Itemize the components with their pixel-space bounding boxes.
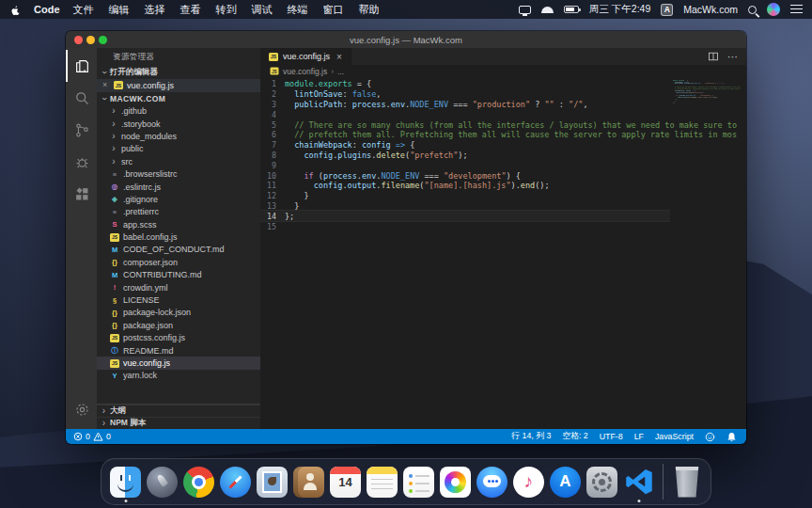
statusbar-language-mode[interactable]: JavaScript <box>653 432 695 441</box>
wifi-icon[interactable] <box>541 7 554 13</box>
statusbar-encoding[interactable]: UTF-8 <box>598 432 625 441</box>
menubar-menu-item[interactable]: 帮助 <box>359 3 380 17</box>
code-line[interactable]: 4 <box>260 109 670 119</box>
debug-icon[interactable] <box>66 146 97 178</box>
menubar-menu-item[interactable]: 编辑 <box>109 3 130 17</box>
breadcrumb-symbol[interactable]: ... <box>337 67 344 76</box>
tree-file-app.scss[interactable]: Sapp.scss <box>97 218 260 230</box>
dock-reminders[interactable] <box>403 467 434 498</box>
dock-contacts[interactable] <box>293 467 324 498</box>
zoom-window-button[interactable] <box>99 36 107 44</box>
tree-file-postcss.config.js[interactable]: JSpostcss.config.js <box>97 332 260 344</box>
menubar-menu-item[interactable]: 查看 <box>180 3 201 17</box>
sidebar-section-大纲[interactable]: ›大纲 <box>97 405 260 417</box>
code-line[interactable]: 8 config.plugins.delete("prefetch"); <box>260 151 670 161</box>
code-line[interactable]: 14}; <box>260 211 670 221</box>
close-window-button[interactable] <box>74 36 83 44</box>
dock-messages[interactable] <box>476 467 508 498</box>
menubar-clock[interactable]: 周三 下午2:49 <box>589 3 650 16</box>
minimize-window-button[interactable] <box>86 36 95 44</box>
tree-file-LICENSE[interactable]: §LICENSE <box>97 294 260 306</box>
tree-file-yarn.lock[interactable]: Yyarn.lock <box>97 370 260 382</box>
tree-file-.eslintrc.js[interactable]: ◎.eslintrc.js <box>97 181 260 193</box>
menubar-menu-item[interactable]: 转到 <box>216 3 237 17</box>
statusbar-cursor-position[interactable]: 行 14, 列 3 <box>509 431 553 442</box>
menubar-app-name[interactable]: Code <box>34 4 60 15</box>
spotlight-search-icon[interactable] <box>748 6 757 14</box>
extensions-icon[interactable] <box>66 178 97 210</box>
tree-file-README.md[interactable]: ⓘREADME.md <box>97 344 260 357</box>
dock-mail[interactable] <box>257 467 288 498</box>
search-icon[interactable] <box>66 82 97 114</box>
tree-file-CODE_OF_CONDUCT.md[interactable]: MCODE_OF_CONDUCT.md <box>97 244 260 256</box>
dock-music[interactable] <box>513 467 544 498</box>
menubar-menu-item[interactable]: 窗口 <box>323 3 344 17</box>
apple-menu-icon[interactable] <box>9 4 21 16</box>
feedback-smiley-icon[interactable] <box>703 432 717 442</box>
menubar-menu-item[interactable]: 调试 <box>252 3 273 17</box>
tree-folder-node_modules[interactable]: ›node_modules <box>97 130 260 142</box>
code-line[interactable]: 10 if (process.env.NODE_ENV === "develop… <box>260 170 670 181</box>
window-titlebar[interactable]: vue.config.js — MacWk.com <box>66 31 746 48</box>
code-editor[interactable]: 1module.exports = {2 lintOnSave: false,3… <box>260 79 670 231</box>
tree-file-CONTRIBUTING.md[interactable]: MCONTRIBUTING.md <box>97 269 260 281</box>
minimap[interactable]: 1module.exports = {2 lintOnSave: false,3… <box>673 79 741 192</box>
dock-settings[interactable] <box>586 467 617 498</box>
tree-file-package.json[interactable]: {}package.json <box>97 319 260 331</box>
breadcrumb-file[interactable]: vue.config.js <box>283 67 327 76</box>
dock-launchpad[interactable] <box>147 467 178 498</box>
explorer-icon[interactable] <box>66 50 97 82</box>
tree-folder-.github[interactable]: ›.github <box>97 105 260 118</box>
breadcrumb[interactable]: JS vue.config.js › ... <box>260 65 746 77</box>
dock-vscode[interactable] <box>623 467 654 498</box>
display-status-icon[interactable] <box>519 6 531 14</box>
code-line[interactable]: 2 lintOnSave: false, <box>260 89 670 100</box>
code-editor[interactable]: 1module.exports = {2 lintOnSave: false,3… <box>673 79 741 105</box>
statusbar-indentation[interactable]: 空格: 2 <box>560 431 589 442</box>
battery-icon[interactable] <box>564 6 579 13</box>
open-editors-header[interactable]: › 打开的编辑器 <box>97 66 260 79</box>
menubar-menu-item[interactable]: 选择 <box>145 3 165 17</box>
settings-gear-icon[interactable] <box>66 393 97 425</box>
open-editor-item[interactable]: × JS vue.config.js <box>97 79 260 92</box>
dock-photos[interactable] <box>440 467 471 498</box>
dock-chrome[interactable] <box>183 467 214 498</box>
dock-calendar[interactable]: 14 <box>330 467 361 498</box>
code-line[interactable]: 7 chainWebpack: config => { <box>260 140 670 151</box>
code-line[interactable]: 15 <box>673 103 741 105</box>
dock-trash[interactable] <box>674 467 700 498</box>
notifications-bell-icon[interactable] <box>725 432 739 442</box>
code-line[interactable]: 15 <box>260 221 670 231</box>
tree-file-vue.config.js[interactable]: JSvue.config.js <box>97 357 260 369</box>
tree-file-crowdin.yml[interactable]: !crowdin.yml <box>97 281 260 294</box>
code-line[interactable]: 5 // There are so many chunks (from all … <box>260 119 670 130</box>
input-source-badge[interactable]: A <box>661 4 673 16</box>
project-root-header[interactable]: › MACWK.COM <box>97 92 260 105</box>
code-line[interactable]: 1module.exports = { <box>260 79 670 89</box>
code-line[interactable]: 3 publicPath: process.env.NODE_ENV === "… <box>260 100 670 110</box>
source-control-icon[interactable] <box>66 114 97 146</box>
split-editor-icon[interactable] <box>708 51 719 62</box>
tree-folder-src[interactable]: ›src <box>97 155 260 167</box>
close-editor-icon[interactable]: × <box>102 81 110 89</box>
tree-folder-.storybook[interactable]: ›.storybook <box>97 118 260 130</box>
sidebar-section-NPM 脚本[interactable]: ›NPM 脚本 <box>97 417 260 429</box>
tab-close-icon[interactable]: × <box>336 52 342 62</box>
tree-file-babel.config.js[interactable]: JSbabel.config.js <box>97 230 260 243</box>
code-line[interactable]: 11 config.output.filename("[name].[hash]… <box>260 181 670 191</box>
problems-indicator[interactable]: 0 0 <box>73 432 111 441</box>
menubar-menu-item[interactable]: 文件 <box>73 3 94 17</box>
code-line[interactable]: 6 // prefetch them all. Prefetching them… <box>260 130 670 140</box>
dock-appstore[interactable] <box>550 467 581 498</box>
tree-file-composer.json[interactable]: {}composer.json <box>97 256 260 268</box>
code-line[interactable]: 12 } <box>260 191 670 201</box>
statusbar-eol[interactable]: LF <box>632 432 646 441</box>
code-line[interactable]: 9 <box>260 160 670 170</box>
dock-notes[interactable] <box>367 467 398 498</box>
tree-file-package-lock.json[interactable]: {}package-lock.json <box>97 307 260 319</box>
tab-vue-config[interactable]: JS vue.config.js × <box>260 48 351 65</box>
tree-file-.browserslistrc[interactable]: ≡.browserslistrc <box>97 167 260 180</box>
notification-center-icon[interactable] <box>790 5 803 14</box>
code-line[interactable]: 13 } <box>260 201 670 212</box>
dock-safari[interactable] <box>220 467 251 498</box>
